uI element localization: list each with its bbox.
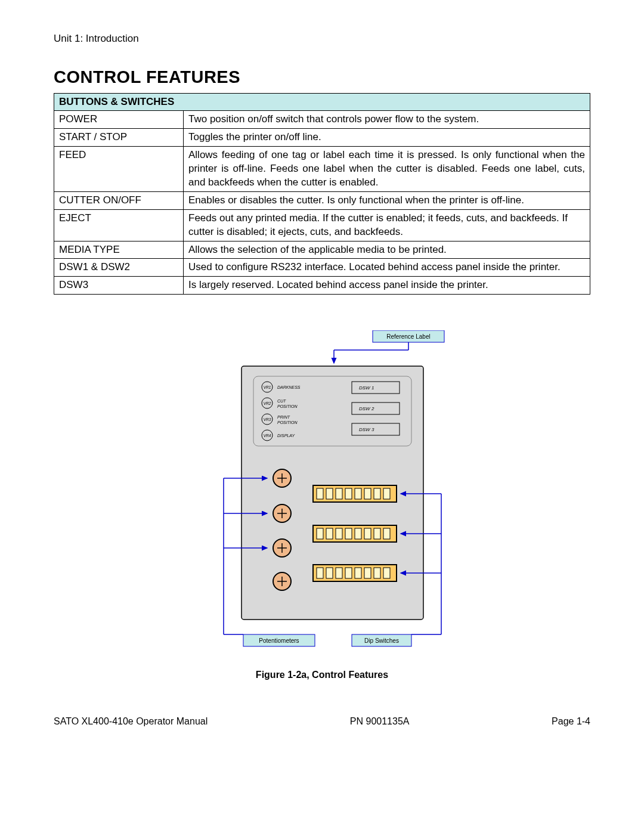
dip-switches-label-text: Dip Switches bbox=[364, 637, 399, 644]
row-desc: Feeds out any printed media. If the cutt… bbox=[184, 209, 590, 241]
reference-label-text: Reference Label bbox=[386, 333, 430, 340]
dsw-label: DSW 2 bbox=[359, 406, 374, 411]
row-desc: Allows the selection of the applicable m… bbox=[184, 241, 590, 259]
row-name: EJECT bbox=[54, 209, 184, 241]
row-desc: Two position on/off switch that controls… bbox=[184, 111, 590, 129]
page-title: CONTROL FEATURES bbox=[54, 67, 590, 87]
vr-label: CUT bbox=[277, 399, 286, 403]
vr-label: DISPLAY bbox=[277, 433, 295, 438]
dip-switch-slot bbox=[345, 528, 352, 539]
row-name: FEED bbox=[54, 146, 184, 191]
dip-switch-slot bbox=[383, 488, 390, 499]
table-row: POWERTwo position on/off switch that con… bbox=[54, 111, 590, 129]
dip-switch-slot bbox=[364, 528, 371, 539]
vr-tag: VR3 bbox=[264, 417, 271, 422]
dip-switch-slot bbox=[355, 568, 361, 578]
row-desc: Used to configure RS232 interface. Locat… bbox=[184, 259, 590, 277]
vr-label: PRINT bbox=[277, 415, 290, 419]
potentiometers-label-text: Potentiometers bbox=[259, 637, 299, 644]
dip-switch-slot bbox=[383, 568, 390, 578]
page-footer: SATO XL400-410e Operator Manual PN 90011… bbox=[54, 716, 590, 727]
figure-caption: Figure 1-2a, Control Features bbox=[54, 670, 590, 680]
table-row: FEEDAllows feeding of one tag or label e… bbox=[54, 146, 590, 191]
footer-center: PN 9001135A bbox=[350, 716, 410, 727]
dip-switch-slot bbox=[374, 528, 380, 539]
dsw-label: DSW 3 bbox=[359, 427, 374, 432]
row-desc: Allows feeding of one tag or label each … bbox=[184, 146, 590, 191]
table-row: DSW3Is largely reserved. Located behind … bbox=[54, 277, 590, 295]
buttons-switches-table: BUTTONS & SWITCHES POWERTwo position on/… bbox=[54, 93, 590, 295]
dip-switch-slot bbox=[336, 528, 342, 539]
dip-switch-slot bbox=[355, 528, 361, 539]
dip-switch-slot bbox=[355, 488, 361, 499]
dip-switch-slot bbox=[383, 528, 390, 539]
vr-label: POSITION bbox=[277, 404, 298, 408]
footer-left: SATO XL400-410e Operator Manual bbox=[54, 716, 208, 727]
unit-header: Unit 1: Introduction bbox=[54, 33, 590, 45]
dip-switch-slot bbox=[336, 568, 342, 578]
table-row: EJECTFeeds out any printed media. If the… bbox=[54, 209, 590, 241]
row-name: DSW1 & DSW2 bbox=[54, 259, 184, 277]
dip-switch-slot bbox=[364, 488, 371, 499]
dip-switch-slot bbox=[336, 488, 342, 499]
vr-label: POSITION bbox=[277, 420, 298, 425]
dip-switch-slot bbox=[326, 528, 333, 539]
figure-diagram: Reference Label VR1DARKNESSVR2CUTPOSITIO… bbox=[54, 330, 590, 680]
vr-label: DARKNESS bbox=[277, 385, 301, 389]
table-row: START / STOPToggles the printer on/off l… bbox=[54, 128, 590, 146]
row-desc: Enables or disables the cutter. Is only … bbox=[184, 191, 590, 209]
dip-switch-slot bbox=[374, 488, 380, 499]
row-name: MEDIA TYPE bbox=[54, 241, 184, 259]
dip-switch-slot bbox=[364, 568, 371, 578]
dip-switch-slot bbox=[317, 528, 323, 539]
row-name: START / STOP bbox=[54, 128, 184, 146]
row-name: POWER bbox=[54, 111, 184, 129]
dip-switch-slot bbox=[374, 568, 380, 578]
dip-switch-slot bbox=[317, 568, 323, 578]
dip-switch-slot bbox=[326, 568, 333, 578]
dip-switch-slot bbox=[345, 488, 352, 499]
vr-tag: VR2 bbox=[264, 401, 271, 405]
dip-switch-slot bbox=[345, 568, 352, 578]
vr-tag: VR4 bbox=[264, 433, 271, 438]
row-name: CUTTER ON/OFF bbox=[54, 191, 184, 209]
table-row: MEDIA TYPEAllows the selection of the ap… bbox=[54, 241, 590, 259]
row-desc: Toggles the printer on/off line. bbox=[184, 128, 590, 146]
footer-right: Page 1-4 bbox=[552, 716, 590, 727]
vr-tag: VR1 bbox=[264, 385, 271, 389]
table-row: DSW1 & DSW2Used to configure RS232 inter… bbox=[54, 259, 590, 277]
dip-switch-slot bbox=[317, 488, 323, 499]
dsw-label: DSW 1 bbox=[359, 385, 374, 391]
dip-switch-slot bbox=[326, 488, 333, 499]
table-header: BUTTONS & SWITCHES bbox=[54, 94, 590, 111]
control-panel-diagram: Reference Label VR1DARKNESSVR2CUTPOSITIO… bbox=[173, 330, 471, 649]
table-row: CUTTER ON/OFFEnables or disables the cut… bbox=[54, 191, 590, 209]
row-name: DSW3 bbox=[54, 277, 184, 295]
row-desc: Is largely reserved. Located behind acce… bbox=[184, 277, 590, 295]
